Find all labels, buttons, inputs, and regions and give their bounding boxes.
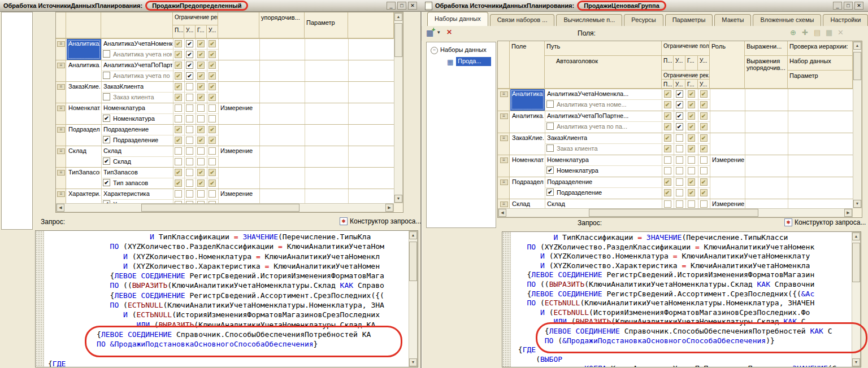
restriction-checkbox[interactable]: ✔	[197, 72, 205, 80]
restriction-checkbox[interactable]: ✔	[700, 112, 708, 120]
restriction-checkbox[interactable]	[209, 158, 216, 165]
right-query-builder-button[interactable]: ✱ Конструктор запроса...	[784, 218, 866, 226]
horizontal-scrollbar[interactable]: ◀▶	[498, 208, 853, 217]
restriction-checkbox[interactable]: ✔	[676, 90, 683, 98]
restriction-checkbox[interactable]: ✔	[175, 94, 182, 101]
restriction-checkbox[interactable]: ✔	[700, 101, 708, 108]
field-use-checkbox[interactable]	[546, 100, 554, 108]
field-use-checkbox[interactable]	[103, 72, 110, 79]
field-cell[interactable]: Склад	[68, 147, 86, 154]
restriction-checkbox[interactable]	[186, 104, 193, 112]
restriction-checkbox[interactable]: ✔	[209, 94, 216, 101]
row-handle[interactable]: ≡	[500, 201, 508, 207]
restriction-checkbox[interactable]	[209, 147, 216, 155]
left-window-titlebar[interactable]: Обработка ИсточникиДанныхПланирования: П…	[0, 0, 422, 12]
scroll-left-button[interactable]: ◀	[57, 204, 64, 212]
row-handle[interactable]: ≡	[500, 179, 508, 185]
restriction-checkbox[interactable]: ✔	[209, 137, 216, 144]
restriction-checkbox[interactable]	[175, 158, 182, 165]
vertical-scrollbar[interactable]: ▲▼	[409, 231, 418, 367]
restriction-checkbox[interactable]: ✔	[197, 169, 205, 176]
row-handle[interactable]: ≡	[57, 127, 65, 133]
restriction-checkbox[interactable]: ✔	[700, 134, 708, 142]
restriction-checkbox[interactable]: ✔	[688, 189, 695, 196]
restriction-checkbox[interactable]: ✔	[209, 72, 216, 80]
row-handle[interactable]: ≡	[57, 41, 65, 47]
tree-root-datasets[interactable]: Наборы данных	[440, 46, 487, 53]
path-cell[interactable]: Подразделение	[103, 126, 149, 133]
restriction-checkbox[interactable]	[186, 158, 193, 165]
field-cell[interactable]: ТипЗапасов	[68, 169, 100, 176]
scrollbar-thumb[interactable]	[852, 243, 860, 282]
field-cell[interactable]: Склад	[512, 200, 530, 207]
row-handle[interactable]: ≡	[500, 113, 508, 119]
path-cell[interactable]: Склад	[547, 200, 565, 207]
restriction-checkbox[interactable]: ✔	[186, 51, 193, 58]
field-cell[interactable]: Аналитика...	[512, 90, 544, 97]
restriction-checkbox[interactable]: ✔	[175, 51, 182, 58]
tab-5[interactable]: Параметры	[665, 14, 713, 26]
tree-item-dataset-selected[interactable]: Прода...	[456, 57, 491, 66]
scroll-up-button[interactable]: ▲	[852, 233, 860, 240]
scrollbar-thumb[interactable]	[409, 242, 417, 281]
scroll-down-button[interactable]: ▼	[852, 358, 860, 366]
right-window-titlebar[interactable]: Обработка ИсточникиДанныхПланирования: П…	[422, 0, 868, 12]
tab-4[interactable]: Ресурсы	[624, 14, 663, 26]
restriction-checkbox[interactable]	[197, 104, 205, 112]
restriction-checkbox[interactable]: ✔	[175, 137, 182, 144]
row-handle[interactable]: ≡	[57, 63, 65, 68]
minimize-button[interactable]: _	[387, 2, 396, 10]
restriction-checkbox[interactable]: ✔	[676, 101, 683, 108]
restriction-checkbox[interactable]: ✔	[664, 101, 671, 108]
restriction-checkbox[interactable]	[186, 169, 193, 176]
tab-3[interactable]: Вычисляемые п...	[556, 14, 622, 26]
scroll-left-button[interactable]: ◀	[498, 209, 506, 217]
restriction-checkbox[interactable]	[186, 115, 193, 122]
restriction-checkbox[interactable]	[676, 200, 683, 208]
restriction-checkbox[interactable]: ✔	[688, 90, 695, 98]
right-datasets-panel[interactable]: −Наборы данных▦Прода...	[426, 42, 496, 228]
restriction-checkbox[interactable]	[175, 147, 182, 155]
path-cell[interactable]: ТипЗапасов	[103, 169, 138, 176]
scroll-down-button[interactable]: ▼	[409, 358, 417, 366]
restriction-checkbox[interactable]: ✔	[688, 101, 695, 108]
restriction-checkbox[interactable]	[175, 190, 182, 198]
restriction-checkbox[interactable]	[186, 137, 193, 144]
restriction-checkbox[interactable]: ✔	[664, 145, 671, 152]
restriction-checkbox[interactable]	[676, 156, 683, 164]
restriction-checkbox[interactable]: ✔	[700, 178, 708, 186]
field-cell[interactable]: Аналитика...	[68, 62, 100, 68]
restriction-checkbox[interactable]: ✔	[676, 123, 683, 130]
restriction-checkbox[interactable]: ✔	[186, 62, 193, 69]
path-cell[interactable]: ЗаказКлиента	[103, 83, 144, 90]
field-use-checkbox[interactable]	[546, 122, 554, 130]
restriction-checkbox[interactable]: ✔	[209, 40, 216, 47]
path-cell[interactable]: Склад	[103, 147, 121, 154]
scroll-up-button[interactable]: ▲	[394, 13, 402, 21]
restriction-checkbox[interactable]: ✔	[664, 112, 671, 120]
row-handle[interactable]: ≡	[500, 135, 508, 141]
row-handle[interactable]: ≡	[57, 84, 65, 90]
restriction-checkbox[interactable]	[209, 115, 216, 122]
restriction-checkbox[interactable]: ✔	[186, 40, 193, 47]
scroll-right-button[interactable]: ▶	[844, 209, 852, 217]
restriction-checkbox[interactable]	[209, 104, 216, 112]
restriction-checkbox[interactable]: ✔	[197, 126, 205, 133]
tab-6[interactable]: Макеты	[714, 14, 751, 26]
restriction-checkbox[interactable]: ✔	[197, 51, 205, 58]
add-folder-icon[interactable]: ▤	[814, 28, 821, 37]
left-datasets-panel[interactable]	[1, 12, 33, 230]
field-cell[interactable]: Номенклат...	[512, 156, 544, 163]
restriction-checkbox[interactable]	[186, 126, 193, 133]
restriction-checkbox[interactable]: ✔	[175, 126, 182, 133]
path-cell[interactable]: Номенклатура	[103, 104, 145, 111]
restriction-checkbox[interactable]	[688, 200, 695, 208]
field-cell[interactable]: Номенклат...	[68, 104, 100, 111]
restriction-checkbox[interactable]: ✔	[664, 189, 671, 196]
restriction-checkbox[interactable]: ✔	[175, 72, 182, 80]
left-query-builder-button[interactable]: ✱ Конструктор запроса...	[340, 217, 421, 225]
restriction-checkbox[interactable]: ✔	[688, 178, 695, 186]
maximize-button[interactable]: □	[844, 2, 853, 10]
restriction-checkbox[interactable]: ✔	[186, 72, 193, 80]
restriction-checkbox[interactable]: ✔	[700, 189, 708, 196]
